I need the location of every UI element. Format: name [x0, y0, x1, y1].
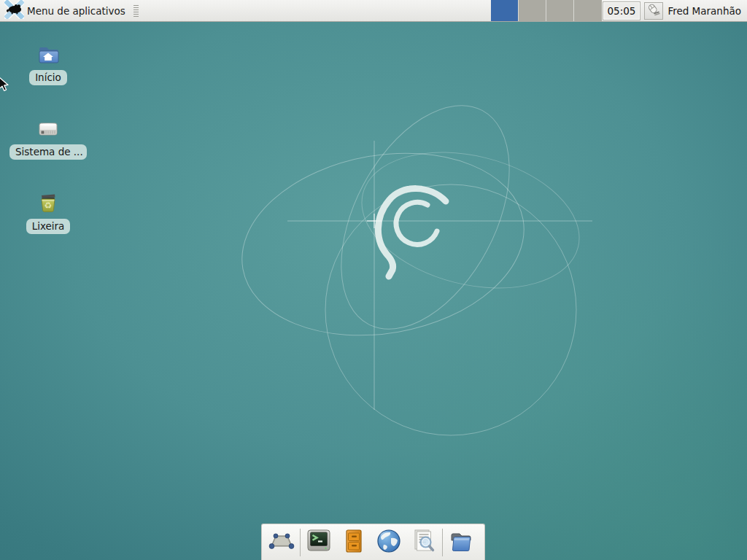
top-panel: Menu de aplicativos 05:05 Fred Maranhão: [0, 0, 747, 22]
mouse-device-icon: [646, 3, 661, 19]
terminal-icon: [305, 527, 333, 558]
desktop-icon-home[interactable]: Início: [8, 42, 88, 85]
web-browser-globe-icon: [375, 527, 403, 558]
tray-button[interactable]: [644, 2, 663, 20]
mouse-cursor: [0, 76, 9, 93]
launcher-dock: [261, 524, 485, 560]
clock[interactable]: 05:05: [603, 2, 640, 20]
application-finder-launcher[interactable]: [410, 527, 438, 558]
show-desktop-icon: [268, 527, 295, 558]
desktop-icon-filesystem[interactable]: Sistema de ...: [8, 117, 88, 160]
panel-grip-handle[interactable]: [133, 5, 139, 17]
clock-time: 05:05: [608, 5, 636, 17]
trash-bin-icon: ♻: [36, 191, 61, 216]
debian-lines-wallpaper: [0, 22, 747, 560]
desktop-icon-label: Lixeira: [26, 219, 71, 234]
file-manager-launcher[interactable]: [447, 527, 475, 558]
web-browser-launcher[interactable]: [375, 527, 403, 558]
workspace-3[interactable]: [546, 0, 574, 21]
xfce-mouse-logo-icon: [4, 0, 24, 22]
home-folder-icon: [36, 42, 61, 67]
desktop-icon-label: Sistema de ...: [9, 144, 87, 160]
workspace-switcher[interactable]: [491, 0, 602, 21]
applications-menu-button[interactable]: Menu de aplicativos: [0, 0, 130, 21]
file-cabinet-launcher[interactable]: [340, 527, 368, 558]
dock-separator: [300, 529, 301, 556]
workspace-2[interactable]: [519, 0, 546, 21]
filesystem-drive-icon: [36, 117, 61, 141]
workspace-4[interactable]: [574, 0, 602, 21]
show-desktop-button[interactable]: [268, 527, 295, 558]
file-manager-folder-icon: [447, 527, 475, 558]
dock-separator: [442, 529, 443, 556]
svg-text:♻: ♻: [44, 201, 53, 211]
workspace-1[interactable]: [491, 0, 519, 21]
desktop[interactable]: Início Sistema de ...: [0, 22, 747, 560]
document-search-icon: [410, 527, 438, 558]
desktop-icon-label: Início: [29, 70, 67, 85]
desktop-icon-trash[interactable]: ♻ Lixeira: [8, 191, 88, 234]
terminal-launcher[interactable]: [305, 527, 333, 558]
file-cabinet-icon: [340, 527, 368, 558]
logged-in-username[interactable]: Fred Maranhão: [667, 5, 741, 17]
applications-menu-label: Menu de aplicativos: [27, 5, 125, 17]
